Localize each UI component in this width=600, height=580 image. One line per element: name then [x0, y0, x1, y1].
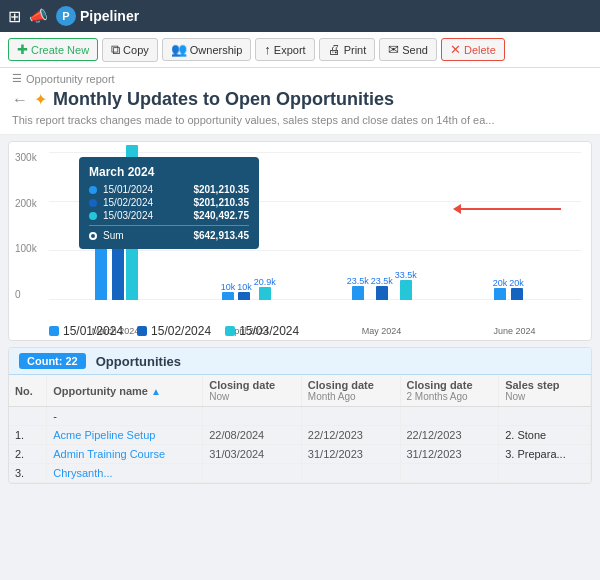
y-label-0: 0: [15, 289, 37, 300]
table-section: Count: 22 Opportunities No. Opportunity …: [8, 347, 592, 484]
print-button[interactable]: 🖨 Print: [319, 38, 376, 61]
page-title: Monthly Updates to Open Opportunities: [53, 89, 394, 110]
y-axis-labels: 300k 200k 100k 0: [15, 152, 37, 300]
bar-value-may-top1: 23.5k: [347, 276, 369, 286]
table-row: -: [9, 407, 591, 426]
create-new-button[interactable]: ✚ Create New: [8, 38, 98, 61]
cell-name-link[interactable]: Admin Training Course: [47, 445, 203, 464]
bar-value-june-top2: 20k: [509, 278, 524, 288]
cell-date2: 31/12/2023: [301, 445, 400, 464]
breadcrumb-icon: ☰: [12, 72, 22, 85]
y-label-100k: 100k: [15, 243, 37, 254]
table-row: 1. Acme Pipeline Setup 22/08/2024 22/12/…: [9, 426, 591, 445]
cell-step: [499, 407, 591, 426]
cell-date1: [203, 464, 302, 483]
tooltip-date-2: 15/02/2024: [103, 197, 187, 208]
arrow-head: [453, 204, 461, 214]
bar-value-april-top1: 10k: [221, 282, 236, 292]
col-date-month-sub: Month Ago: [308, 391, 394, 402]
tooltip-row-3: 15/03/2024 $240,492.75: [89, 210, 249, 221]
bar-value-may-top3: 33.5k: [395, 270, 417, 280]
cell-no: 2.: [9, 445, 47, 464]
arrow-line: [461, 208, 561, 210]
chart-group-may: 23.5k 23.5k 33.5k: [316, 145, 448, 300]
legend-label-1: 15/01/2024: [63, 324, 123, 338]
report-icon: ✦: [34, 90, 47, 109]
cell-no: 1.: [9, 426, 47, 445]
col-header-no: No.: [9, 375, 47, 407]
cell-date2: [301, 464, 400, 483]
bar-value-march-3: [130, 135, 133, 145]
tooltip-dot-1: [89, 186, 97, 194]
chart-legend: 15/01/2024 15/02/2024 15/03/2024: [49, 324, 299, 338]
cell-date3: 22/12/2023: [400, 426, 499, 445]
ownership-button[interactable]: 👥 Ownership: [162, 38, 252, 61]
logo-icon: P: [56, 6, 76, 26]
col-header-name[interactable]: Opportunity name ▲: [47, 375, 203, 407]
col-step-sub: Now: [505, 391, 584, 402]
sort-icon: ▲: [151, 386, 161, 397]
col-date-2month-title: Closing date: [407, 379, 493, 391]
breadcrumb: ☰ Opportunity report: [12, 72, 588, 85]
send-button[interactable]: ✉ Send: [379, 38, 437, 61]
ownership-icon: 👥: [171, 42, 187, 57]
cell-no: [9, 407, 47, 426]
export-button[interactable]: ↑ Export: [255, 38, 314, 61]
copy-icon: ⧉: [111, 42, 120, 58]
copy-button[interactable]: ⧉ Copy: [102, 38, 158, 62]
table-row: 3. Chrysanth...: [9, 464, 591, 483]
table-wrapper: No. Opportunity name ▲ Closing date Now …: [9, 375, 591, 483]
cell-name-link[interactable]: Chrysanth...: [47, 464, 203, 483]
page-header: ← ✦ Monthly Updates to Open Opportunitie…: [12, 85, 588, 112]
legend-color-3: [225, 326, 235, 336]
chart-tooltip: March 2024 15/01/2024 $201,210.35 15/02/…: [79, 157, 259, 249]
page-description: This report tracks changes made to oppor…: [12, 112, 588, 132]
bar-june-1: [494, 288, 506, 300]
tooltip-sum-value: $642,913.45: [193, 230, 249, 241]
cell-step: [499, 464, 591, 483]
back-button[interactable]: ←: [12, 91, 28, 109]
delete-icon: ✕: [450, 42, 461, 57]
cell-date1: 22/08/2024: [203, 426, 302, 445]
bar-value-may-top2: 23.5k: [371, 276, 393, 286]
y-label-300k: 300k: [15, 152, 37, 163]
export-icon: ↑: [264, 42, 271, 57]
legend-color-1: [49, 326, 59, 336]
grid-icon[interactable]: ⊞: [8, 7, 21, 26]
bar-value-june-top1: 20k: [493, 278, 508, 288]
bar-april-3: [259, 287, 271, 300]
col-date-2month-sub: 2 Months Ago: [407, 391, 493, 402]
legend-color-2: [137, 326, 147, 336]
top-bar: ⊞ 📣 P Pipeliner: [0, 0, 600, 32]
tooltip-row-1: 15/01/2024 $201,210.35: [89, 184, 249, 195]
col-header-step: Sales step Now: [499, 375, 591, 407]
col-date-now-title: Closing date: [209, 379, 295, 391]
col-name-label: Opportunity name: [53, 385, 148, 397]
cell-date3: [400, 464, 499, 483]
cell-name-link[interactable]: Acme Pipeline Setup: [47, 426, 203, 445]
bar-april-1: [222, 292, 234, 300]
cell-date3: 31/12/2023: [400, 445, 499, 464]
chart-container: 300k 200k 100k 0 201.: [8, 141, 592, 341]
legend-label-3: 15/03/2024: [239, 324, 299, 338]
legend-item-3: 15/03/2024: [225, 324, 299, 338]
tooltip-dot-3: [89, 212, 97, 220]
megaphone-icon: 📣: [29, 7, 48, 25]
delete-button[interactable]: ✕ Delete: [441, 38, 505, 61]
tooltip-dot-2: [89, 199, 97, 207]
cell-no: 3.: [9, 464, 47, 483]
table-title: Opportunities: [96, 354, 181, 369]
cell-date2: [301, 407, 400, 426]
cell-date3: [400, 407, 499, 426]
col-date-month-title: Closing date: [308, 379, 394, 391]
bar-june-2: [511, 288, 523, 300]
legend-item-2: 15/02/2024: [137, 324, 211, 338]
bar-value-june-top3: [531, 290, 534, 300]
cell-name: -: [47, 407, 203, 426]
send-icon: ✉: [388, 42, 399, 57]
cell-date1: [203, 407, 302, 426]
bar-may-2: [376, 286, 388, 300]
plus-icon: ✚: [17, 42, 28, 57]
tooltip-sum-row: Sum $642,913.45: [89, 225, 249, 241]
col-header-date-2months: Closing date 2 Months Ago: [400, 375, 499, 407]
